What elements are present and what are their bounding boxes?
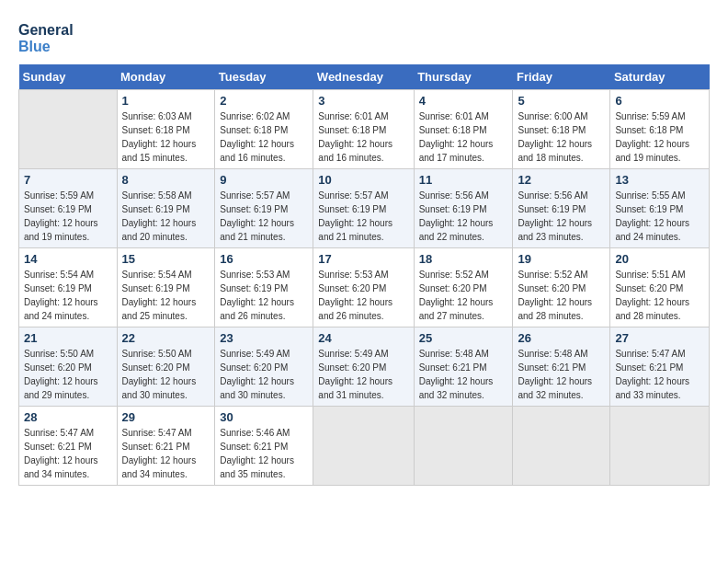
calendar-cell: 16Sunrise: 5:53 AMSunset: 6:19 PMDayligh… [215,248,313,327]
calendar-cell: 8Sunrise: 5:58 AMSunset: 6:19 PMDaylight… [117,169,215,248]
day-number: 8 [122,173,210,187]
day-number: 26 [518,331,605,345]
calendar-cell [313,407,414,486]
calendar-cell: 2Sunrise: 6:02 AMSunset: 6:18 PMDaylight… [215,90,313,169]
calendar-cell: 1Sunrise: 6:03 AMSunset: 6:18 PMDaylight… [117,90,215,169]
page-header: GeneralBlue [18,18,710,55]
weekday-header-wednesday: Wednesday [313,64,414,90]
day-number: 16 [220,252,308,266]
calendar-table: SundayMondayTuesdayWednesdayThursdayFrid… [18,64,710,486]
weekday-header-row: SundayMondayTuesdayWednesdayThursdayFrid… [19,64,710,90]
day-number: 29 [122,410,210,424]
day-info: Sunrise: 6:00 AMSunset: 6:18 PMDaylight:… [518,109,605,165]
weekday-header-tuesday: Tuesday [215,64,313,90]
calendar-cell: 23Sunrise: 5:49 AMSunset: 6:20 PMDayligh… [215,327,313,407]
day-number: 3 [318,94,408,108]
calendar-cell [610,407,710,486]
day-number: 25 [419,331,508,345]
calendar-cell: 30Sunrise: 5:46 AMSunset: 6:21 PMDayligh… [215,407,313,486]
day-info: Sunrise: 5:47 AMSunset: 6:21 PMDaylight:… [24,426,112,481]
calendar-cell: 28Sunrise: 5:47 AMSunset: 6:21 PMDayligh… [19,407,118,486]
day-number: 18 [419,252,508,266]
calendar-week-row: 1Sunrise: 6:03 AMSunset: 6:18 PMDaylight… [19,90,710,169]
calendar-cell: 12Sunrise: 5:56 AMSunset: 6:19 PMDayligh… [513,169,610,248]
calendar-cell: 18Sunrise: 5:52 AMSunset: 6:20 PMDayligh… [414,248,513,327]
day-number: 14 [24,252,112,266]
day-info: Sunrise: 5:49 AMSunset: 6:20 PMDaylight:… [318,347,408,402]
day-number: 19 [518,252,605,266]
day-info: Sunrise: 5:59 AMSunset: 6:18 PMDaylight:… [615,109,704,165]
calendar-cell: 11Sunrise: 5:56 AMSunset: 6:19 PMDayligh… [414,169,513,248]
weekday-header-saturday: Saturday [610,64,710,90]
day-info: Sunrise: 6:02 AMSunset: 6:18 PMDaylight:… [220,109,308,165]
calendar-cell: 20Sunrise: 5:51 AMSunset: 6:20 PMDayligh… [610,248,710,327]
calendar-week-row: 28Sunrise: 5:47 AMSunset: 6:21 PMDayligh… [19,407,710,486]
day-info: Sunrise: 5:54 AMSunset: 6:19 PMDaylight:… [24,268,112,323]
day-number: 21 [24,331,112,345]
day-number: 5 [518,94,605,108]
day-number: 10 [318,173,408,187]
weekday-header-thursday: Thursday [414,64,513,90]
calendar-cell: 27Sunrise: 5:47 AMSunset: 6:21 PMDayligh… [610,327,710,407]
day-info: Sunrise: 5:47 AMSunset: 6:21 PMDaylight:… [615,347,704,402]
day-number: 17 [318,252,408,266]
day-number: 24 [318,331,408,345]
day-info: Sunrise: 5:50 AMSunset: 6:20 PMDaylight:… [122,347,210,402]
calendar-cell: 15Sunrise: 5:54 AMSunset: 6:19 PMDayligh… [117,248,215,327]
calendar-cell: 6Sunrise: 5:59 AMSunset: 6:18 PMDaylight… [610,90,710,169]
calendar-cell: 22Sunrise: 5:50 AMSunset: 6:20 PMDayligh… [117,327,215,407]
day-number: 28 [24,410,112,424]
day-info: Sunrise: 5:59 AMSunset: 6:19 PMDaylight:… [24,189,112,244]
calendar-cell: 9Sunrise: 5:57 AMSunset: 6:19 PMDaylight… [215,169,313,248]
calendar-cell: 10Sunrise: 5:57 AMSunset: 6:19 PMDayligh… [313,169,414,248]
calendar-cell: 29Sunrise: 5:47 AMSunset: 6:21 PMDayligh… [117,407,215,486]
day-number: 12 [518,173,605,187]
calendar-cell [513,407,610,486]
day-info: Sunrise: 5:58 AMSunset: 6:19 PMDaylight:… [122,189,210,244]
day-info: Sunrise: 5:48 AMSunset: 6:21 PMDaylight:… [419,347,508,402]
calendar-cell: 26Sunrise: 5:48 AMSunset: 6:21 PMDayligh… [513,327,610,407]
day-info: Sunrise: 6:01 AMSunset: 6:18 PMDaylight:… [419,109,508,165]
calendar-cell: 14Sunrise: 5:54 AMSunset: 6:19 PMDayligh… [19,248,118,327]
day-number: 9 [220,173,308,187]
day-info: Sunrise: 5:53 AMSunset: 6:19 PMDaylight:… [220,268,308,323]
calendar-cell [19,90,118,169]
day-number: 20 [615,252,704,266]
day-info: Sunrise: 5:55 AMSunset: 6:19 PMDaylight:… [615,189,704,244]
day-info: Sunrise: 5:53 AMSunset: 6:20 PMDaylight:… [318,268,408,323]
day-info: Sunrise: 6:03 AMSunset: 6:18 PMDaylight:… [122,109,210,165]
day-number: 27 [615,331,704,345]
day-info: Sunrise: 5:50 AMSunset: 6:20 PMDaylight:… [24,347,112,402]
logo-svg: GeneralBlue [18,18,83,55]
svg-text:General: General [18,22,74,38]
day-number: 4 [419,94,508,108]
calendar-week-row: 21Sunrise: 5:50 AMSunset: 6:20 PMDayligh… [19,327,710,407]
calendar-week-row: 7Sunrise: 5:59 AMSunset: 6:19 PMDaylight… [19,169,710,248]
day-number: 23 [220,331,308,345]
day-number: 13 [615,173,704,187]
calendar-cell: 5Sunrise: 6:00 AMSunset: 6:18 PMDaylight… [513,90,610,169]
calendar-cell: 3Sunrise: 6:01 AMSunset: 6:18 PMDaylight… [313,90,414,169]
weekday-header-friday: Friday [513,64,610,90]
weekday-header-sunday: Sunday [19,64,118,90]
calendar-cell [414,407,513,486]
day-info: Sunrise: 5:56 AMSunset: 6:19 PMDaylight:… [518,189,605,244]
day-info: Sunrise: 5:56 AMSunset: 6:19 PMDaylight:… [419,189,508,244]
day-info: Sunrise: 5:57 AMSunset: 6:19 PMDaylight:… [220,189,308,244]
day-number: 30 [220,410,308,424]
day-info: Sunrise: 5:46 AMSunset: 6:21 PMDaylight:… [220,426,308,481]
day-number: 15 [122,252,210,266]
day-info: Sunrise: 5:47 AMSunset: 6:21 PMDaylight:… [122,426,210,481]
calendar-cell: 7Sunrise: 5:59 AMSunset: 6:19 PMDaylight… [19,169,118,248]
calendar-cell: 21Sunrise: 5:50 AMSunset: 6:20 PMDayligh… [19,327,118,407]
weekday-header-monday: Monday [117,64,215,90]
day-info: Sunrise: 5:54 AMSunset: 6:19 PMDaylight:… [122,268,210,323]
calendar-week-row: 14Sunrise: 5:54 AMSunset: 6:19 PMDayligh… [19,248,710,327]
day-number: 6 [615,94,704,108]
day-info: Sunrise: 6:01 AMSunset: 6:18 PMDaylight:… [318,109,408,165]
calendar-cell: 24Sunrise: 5:49 AMSunset: 6:20 PMDayligh… [313,327,414,407]
calendar-cell: 4Sunrise: 6:01 AMSunset: 6:18 PMDaylight… [414,90,513,169]
logo: GeneralBlue [18,18,83,55]
day-number: 2 [220,94,308,108]
day-number: 11 [419,173,508,187]
